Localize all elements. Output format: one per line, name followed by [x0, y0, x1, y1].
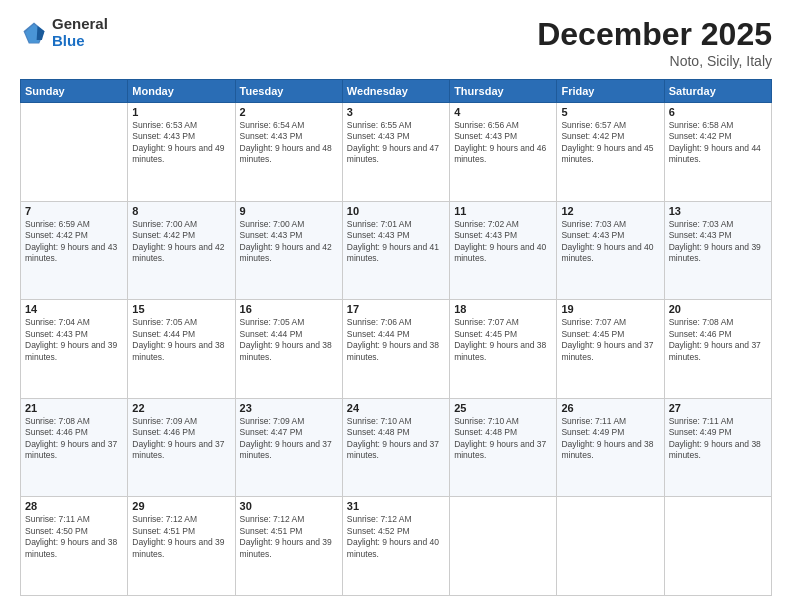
- cell-date: 1: [132, 106, 230, 118]
- calendar-cell: 2 Sunrise: 6:54 AMSunset: 4:43 PMDayligh…: [235, 103, 342, 202]
- calendar-cell: 13 Sunrise: 7:03 AMSunset: 4:43 PMDaylig…: [664, 201, 771, 300]
- cell-date: 17: [347, 303, 445, 315]
- cell-date: 13: [669, 205, 767, 217]
- cell-info: Sunrise: 6:58 AMSunset: 4:42 PMDaylight:…: [669, 120, 767, 166]
- calendar-header-row: Sunday Monday Tuesday Wednesday Thursday…: [21, 80, 772, 103]
- cell-info: Sunrise: 7:05 AMSunset: 4:44 PMDaylight:…: [132, 317, 230, 363]
- cell-info: Sunrise: 7:12 AMSunset: 4:51 PMDaylight:…: [132, 514, 230, 560]
- calendar-cell: 18 Sunrise: 7:07 AMSunset: 4:45 PMDaylig…: [450, 300, 557, 399]
- calendar-cell: [557, 497, 664, 596]
- title-location: Noto, Sicily, Italy: [537, 53, 772, 69]
- calendar-cell: [664, 497, 771, 596]
- calendar-cell: 15 Sunrise: 7:05 AMSunset: 4:44 PMDaylig…: [128, 300, 235, 399]
- cell-date: 27: [669, 402, 767, 414]
- col-saturday: Saturday: [664, 80, 771, 103]
- cell-info: Sunrise: 6:55 AMSunset: 4:43 PMDaylight:…: [347, 120, 445, 166]
- calendar-cell: 16 Sunrise: 7:05 AMSunset: 4:44 PMDaylig…: [235, 300, 342, 399]
- calendar-cell: 12 Sunrise: 7:03 AMSunset: 4:43 PMDaylig…: [557, 201, 664, 300]
- calendar-cell: 17 Sunrise: 7:06 AMSunset: 4:44 PMDaylig…: [342, 300, 449, 399]
- cell-info: Sunrise: 7:08 AMSunset: 4:46 PMDaylight:…: [669, 317, 767, 363]
- cell-date: 24: [347, 402, 445, 414]
- cell-date: 28: [25, 500, 123, 512]
- logo-text: General Blue: [52, 16, 108, 49]
- calendar-cell: 8 Sunrise: 7:00 AMSunset: 4:42 PMDayligh…: [128, 201, 235, 300]
- cell-info: Sunrise: 7:09 AMSunset: 4:47 PMDaylight:…: [240, 416, 338, 462]
- cell-info: Sunrise: 6:54 AMSunset: 4:43 PMDaylight:…: [240, 120, 338, 166]
- cell-info: Sunrise: 7:02 AMSunset: 4:43 PMDaylight:…: [454, 219, 552, 265]
- calendar-cell: 11 Sunrise: 7:02 AMSunset: 4:43 PMDaylig…: [450, 201, 557, 300]
- calendar-cell: 7 Sunrise: 6:59 AMSunset: 4:42 PMDayligh…: [21, 201, 128, 300]
- cell-info: Sunrise: 7:00 AMSunset: 4:42 PMDaylight:…: [132, 219, 230, 265]
- calendar-cell: 28 Sunrise: 7:11 AMSunset: 4:50 PMDaylig…: [21, 497, 128, 596]
- cell-date: 5: [561, 106, 659, 118]
- logo-general-text: General: [52, 16, 108, 33]
- calendar-cell: 6 Sunrise: 6:58 AMSunset: 4:42 PMDayligh…: [664, 103, 771, 202]
- cell-info: Sunrise: 7:05 AMSunset: 4:44 PMDaylight:…: [240, 317, 338, 363]
- title-block: December 2025 Noto, Sicily, Italy: [537, 16, 772, 69]
- col-monday: Monday: [128, 80, 235, 103]
- calendar-cell: 9 Sunrise: 7:00 AMSunset: 4:43 PMDayligh…: [235, 201, 342, 300]
- calendar-cell: 1 Sunrise: 6:53 AMSunset: 4:43 PMDayligh…: [128, 103, 235, 202]
- cell-info: Sunrise: 6:59 AMSunset: 4:42 PMDaylight:…: [25, 219, 123, 265]
- cell-info: Sunrise: 7:11 AMSunset: 4:50 PMDaylight:…: [25, 514, 123, 560]
- logo: General Blue: [20, 16, 108, 49]
- cell-info: Sunrise: 7:10 AMSunset: 4:48 PMDaylight:…: [454, 416, 552, 462]
- cell-date: 22: [132, 402, 230, 414]
- calendar-cell: 26 Sunrise: 7:11 AMSunset: 4:49 PMDaylig…: [557, 398, 664, 497]
- cell-info: Sunrise: 7:11 AMSunset: 4:49 PMDaylight:…: [561, 416, 659, 462]
- calendar-week-1: 1 Sunrise: 6:53 AMSunset: 4:43 PMDayligh…: [21, 103, 772, 202]
- calendar-cell: 19 Sunrise: 7:07 AMSunset: 4:45 PMDaylig…: [557, 300, 664, 399]
- cell-date: 26: [561, 402, 659, 414]
- cell-info: Sunrise: 7:03 AMSunset: 4:43 PMDaylight:…: [561, 219, 659, 265]
- cell-date: 7: [25, 205, 123, 217]
- cell-date: 3: [347, 106, 445, 118]
- cell-info: Sunrise: 7:11 AMSunset: 4:49 PMDaylight:…: [669, 416, 767, 462]
- cell-info: Sunrise: 6:57 AMSunset: 4:42 PMDaylight:…: [561, 120, 659, 166]
- col-friday: Friday: [557, 80, 664, 103]
- cell-date: 30: [240, 500, 338, 512]
- calendar-table: Sunday Monday Tuesday Wednesday Thursday…: [20, 79, 772, 596]
- title-month: December 2025: [537, 16, 772, 53]
- calendar-cell: 4 Sunrise: 6:56 AMSunset: 4:43 PMDayligh…: [450, 103, 557, 202]
- calendar-cell: 30 Sunrise: 7:12 AMSunset: 4:51 PMDaylig…: [235, 497, 342, 596]
- cell-info: Sunrise: 7:09 AMSunset: 4:46 PMDaylight:…: [132, 416, 230, 462]
- calendar-cell: 20 Sunrise: 7:08 AMSunset: 4:46 PMDaylig…: [664, 300, 771, 399]
- calendar-week-3: 14 Sunrise: 7:04 AMSunset: 4:43 PMDaylig…: [21, 300, 772, 399]
- cell-info: Sunrise: 7:06 AMSunset: 4:44 PMDaylight:…: [347, 317, 445, 363]
- calendar-week-2: 7 Sunrise: 6:59 AMSunset: 4:42 PMDayligh…: [21, 201, 772, 300]
- calendar-week-4: 21 Sunrise: 7:08 AMSunset: 4:46 PMDaylig…: [21, 398, 772, 497]
- calendar-cell: 3 Sunrise: 6:55 AMSunset: 4:43 PMDayligh…: [342, 103, 449, 202]
- cell-info: Sunrise: 7:12 AMSunset: 4:51 PMDaylight:…: [240, 514, 338, 560]
- cell-info: Sunrise: 7:00 AMSunset: 4:43 PMDaylight:…: [240, 219, 338, 265]
- cell-info: Sunrise: 7:01 AMSunset: 4:43 PMDaylight:…: [347, 219, 445, 265]
- cell-date: 12: [561, 205, 659, 217]
- cell-date: 20: [669, 303, 767, 315]
- logo-blue-text: Blue: [52, 33, 108, 50]
- cell-date: 25: [454, 402, 552, 414]
- cell-info: Sunrise: 7:07 AMSunset: 4:45 PMDaylight:…: [561, 317, 659, 363]
- cell-date: 21: [25, 402, 123, 414]
- cell-info: Sunrise: 7:12 AMSunset: 4:52 PMDaylight:…: [347, 514, 445, 560]
- cell-date: 2: [240, 106, 338, 118]
- col-wednesday: Wednesday: [342, 80, 449, 103]
- logo-icon: [20, 19, 48, 47]
- calendar-cell: [450, 497, 557, 596]
- calendar-cell: 23 Sunrise: 7:09 AMSunset: 4:47 PMDaylig…: [235, 398, 342, 497]
- cell-date: 31: [347, 500, 445, 512]
- cell-info: Sunrise: 7:03 AMSunset: 4:43 PMDaylight:…: [669, 219, 767, 265]
- calendar-cell: 14 Sunrise: 7:04 AMSunset: 4:43 PMDaylig…: [21, 300, 128, 399]
- cell-info: Sunrise: 6:53 AMSunset: 4:43 PMDaylight:…: [132, 120, 230, 166]
- cell-info: Sunrise: 6:56 AMSunset: 4:43 PMDaylight:…: [454, 120, 552, 166]
- header: General Blue December 2025 Noto, Sicily,…: [20, 16, 772, 69]
- cell-date: 6: [669, 106, 767, 118]
- cell-date: 4: [454, 106, 552, 118]
- cell-date: 19: [561, 303, 659, 315]
- calendar-cell: 29 Sunrise: 7:12 AMSunset: 4:51 PMDaylig…: [128, 497, 235, 596]
- page: General Blue December 2025 Noto, Sicily,…: [0, 0, 792, 612]
- calendar-week-5: 28 Sunrise: 7:11 AMSunset: 4:50 PMDaylig…: [21, 497, 772, 596]
- cell-date: 23: [240, 402, 338, 414]
- calendar-cell: 27 Sunrise: 7:11 AMSunset: 4:49 PMDaylig…: [664, 398, 771, 497]
- cell-date: 16: [240, 303, 338, 315]
- calendar-cell: 25 Sunrise: 7:10 AMSunset: 4:48 PMDaylig…: [450, 398, 557, 497]
- col-thursday: Thursday: [450, 80, 557, 103]
